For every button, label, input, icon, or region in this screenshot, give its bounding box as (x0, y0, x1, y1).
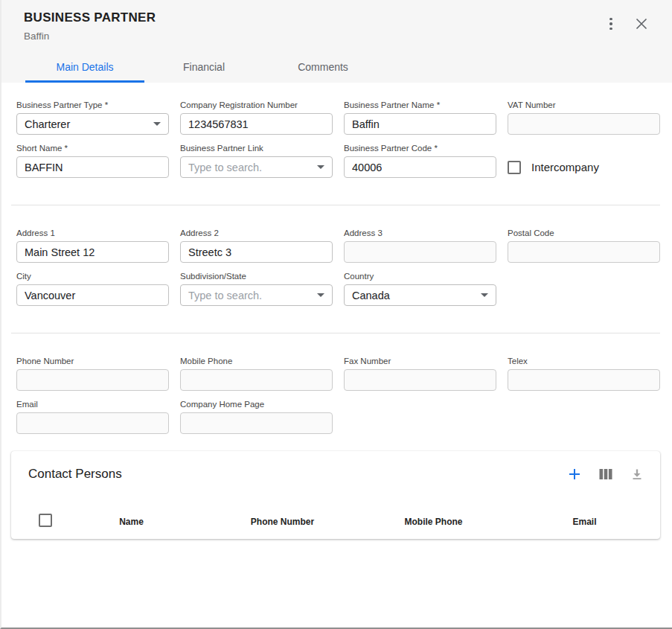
field-business-partner-link: Business Partner Link Type to search. (180, 144, 333, 178)
business-partner-code-input[interactable] (344, 156, 496, 178)
contact-persons-card: Contact Persons (11, 451, 660, 539)
city-input[interactable] (16, 284, 169, 306)
field-fax-number: Fax Number (344, 357, 496, 391)
field-phone-number: Phone Number (16, 357, 169, 391)
select-all-checkbox[interactable] (39, 514, 52, 527)
field-label: Short Name * (16, 144, 169, 153)
field-company-home-page: Company Home Page (180, 400, 333, 434)
field-business-partner-name: Business Partner Name * (344, 100, 496, 135)
short-name-input[interactable] (16, 156, 169, 178)
column-header-name: Name (56, 517, 207, 527)
add-contact-button[interactable] (566, 466, 583, 482)
download-icon[interactable] (629, 466, 645, 482)
chevron-down-icon (317, 165, 324, 169)
company-registration-number-input[interactable] (180, 113, 333, 135)
contact-persons-toolbar (566, 466, 645, 482)
close-icon[interactable] (633, 16, 650, 32)
field-label: VAT Number (508, 100, 660, 109)
telex-input[interactable] (508, 369, 660, 391)
subdivision-state-select[interactable]: Type to search. (180, 284, 333, 306)
field-vat-number: VAT Number (508, 100, 660, 135)
country-select[interactable]: Canada (344, 284, 496, 306)
tab-comments[interactable]: Comments (263, 53, 383, 83)
field-label: Business Partner Code * (344, 144, 496, 153)
field-postal-code: Postal Code (508, 229, 660, 263)
column-header-email: Email (509, 517, 660, 527)
field-label: Business Partner Type * (16, 100, 169, 109)
tab-financial[interactable]: Financial (144, 53, 263, 83)
field-label: Phone Number (16, 357, 169, 365)
panel-header: BUSINESS PARTNER Baffin Main Details Fin… (1, 0, 672, 83)
field-subdivision-state: Subdivision/State Type to search. (180, 272, 333, 306)
chevron-down-icon (153, 122, 161, 126)
field-business-partner-code: Business Partner Code * (344, 144, 496, 178)
field-label: City (16, 272, 169, 281)
field-label: Business Partner Name * (344, 100, 496, 109)
field-address-3: Address 3 (344, 229, 496, 263)
view-columns-icon[interactable] (598, 466, 614, 482)
field-address-2: Address 2 (180, 229, 333, 263)
tab-bar: Main Details Financial Comments (25, 53, 654, 83)
address-1-input[interactable] (16, 241, 169, 263)
field-email: Email (16, 400, 169, 434)
postal-code-input[interactable] (508, 241, 660, 263)
field-label: Country (344, 272, 496, 281)
vat-number-input[interactable] (508, 113, 660, 135)
phone-number-input[interactable] (16, 369, 169, 391)
empty-cell (344, 400, 496, 434)
page-subtitle: Baffin (24, 31, 654, 42)
field-label: Business Partner Link (180, 144, 333, 153)
company-home-page-input[interactable] (180, 412, 333, 434)
section-divider (11, 205, 660, 205)
field-label: Company Home Page (180, 400, 333, 409)
field-label: Address 1 (16, 229, 169, 237)
field-intercompany: Intercompany (508, 144, 660, 178)
contact-persons-title: Contact Persons (28, 467, 122, 482)
page-title: BUSINESS PARTNER (24, 10, 654, 25)
field-label: Postal Code (508, 229, 660, 237)
chevron-down-icon (481, 293, 488, 297)
email-input[interactable] (16, 412, 169, 434)
field-label: Address 3 (344, 229, 496, 237)
field-label: Email (16, 400, 169, 409)
field-label: Fax Number (344, 357, 496, 365)
contact-table-header: Name Phone Number Mobile Phone Email (11, 514, 660, 530)
mobile-phone-input[interactable] (180, 369, 333, 391)
intercompany-checkbox[interactable]: Intercompany (508, 161, 599, 174)
kebab-menu-icon[interactable] (604, 16, 618, 32)
address-section: Address 1 Address 2 Address 3 Postal Cod… (16, 229, 660, 306)
main-content: Business Partner Type * Charterer Compan… (1, 83, 672, 539)
field-label: Subdivision/State (180, 272, 333, 281)
business-partner-type-select[interactable]: Charterer (16, 113, 169, 135)
identity-section: Business Partner Type * Charterer Compan… (16, 100, 660, 178)
field-country: Country Canada (344, 272, 496, 306)
address-2-input[interactable] (180, 241, 333, 263)
field-address-1: Address 1 (16, 229, 169, 263)
field-telex: Telex (508, 357, 660, 391)
business-partner-name-input[interactable] (344, 113, 496, 135)
business-partner-link-select[interactable]: Type to search. (180, 156, 333, 178)
field-company-registration-number: Company Registration Number (180, 100, 333, 135)
column-header-phone-number: Phone Number (207, 517, 358, 527)
empty-cell (508, 400, 660, 434)
contact-info-section: Phone Number Mobile Phone Fax Number Tel… (16, 357, 660, 434)
field-label: Telex (508, 357, 660, 365)
tab-main-details[interactable]: Main Details (25, 53, 144, 83)
address-3-input[interactable] (344, 241, 496, 263)
section-divider (11, 333, 660, 333)
field-label: Address 2 (180, 229, 333, 237)
column-header-mobile-phone: Mobile Phone (358, 517, 509, 527)
checkbox-icon (508, 161, 521, 174)
field-mobile-phone: Mobile Phone (180, 357, 333, 391)
fax-number-input[interactable] (344, 369, 496, 391)
empty-cell (508, 272, 660, 306)
field-business-partner-type: Business Partner Type * Charterer (16, 100, 169, 135)
field-city: City (16, 272, 169, 306)
field-short-name: Short Name * (16, 144, 169, 178)
field-label: Company Registration Number (180, 100, 333, 109)
chevron-down-icon (317, 293, 324, 297)
field-label: Mobile Phone (180, 357, 333, 365)
